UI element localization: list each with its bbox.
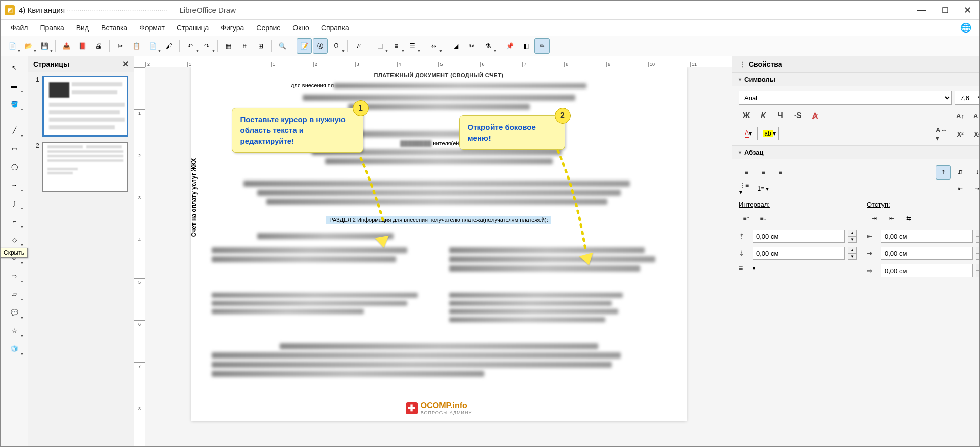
strikethrough-button[interactable]: ·S xyxy=(790,109,805,123)
locale-icon[interactable]: 🌐 xyxy=(960,22,974,33)
font-color-button[interactable]: A ▾ xyxy=(739,127,758,140)
toggle-extrusion-button[interactable]: ◧ xyxy=(518,38,533,54)
menu-file[interactable]: Файл xyxy=(6,22,33,34)
indent-dec-button[interactable]: ⇤ xyxy=(884,211,899,226)
curve-tool[interactable]: ∫▼ xyxy=(4,195,25,212)
section-symbols-header[interactable]: Символы ↗ xyxy=(732,72,980,86)
hanging-indent-button[interactable]: ⇆ xyxy=(901,211,916,226)
highlight-color-button[interactable]: ab ▾ xyxy=(760,127,779,140)
textbox-button[interactable]: 📝 xyxy=(297,38,312,54)
menu-shape[interactable]: Фигура xyxy=(216,22,249,34)
ellipse-tool[interactable]: ◯ xyxy=(4,158,25,175)
minimize-button[interactable]: — xyxy=(917,5,926,16)
indent-before-input[interactable] xyxy=(881,230,973,243)
select-tool[interactable]: ↖ xyxy=(4,59,25,76)
callout-tool[interactable]: 💬▼ xyxy=(4,304,25,321)
spacing-above-input[interactable] xyxy=(753,230,845,243)
italic-button[interactable]: К xyxy=(756,109,771,123)
stars-tool[interactable]: ☆▼ xyxy=(4,322,25,339)
indent-before-down[interactable]: ▼ xyxy=(976,236,980,243)
crop-button[interactable]: ✂ xyxy=(464,38,479,54)
draw-functions-button[interactable]: ✏ xyxy=(534,38,550,54)
shadow-button[interactable]: ◪ xyxy=(448,38,463,54)
redo-button[interactable]: ↷▼ xyxy=(199,38,214,54)
menu-window[interactable]: Окно xyxy=(287,22,314,34)
print-button[interactable]: 🖨 xyxy=(91,38,106,54)
grid-button[interactable]: ▦ xyxy=(221,38,236,54)
canvas-scroll[interactable]: Счет на оплату услуг ЖКХ ПЛАТЕЖНЫЙ ДОКУМ… xyxy=(145,67,732,446)
clone-format-button[interactable]: 🖌 xyxy=(161,38,176,54)
distribute-button[interactable]: ⇔▼ xyxy=(426,38,442,54)
spacing-below-down[interactable]: ▼ xyxy=(848,253,857,260)
3d-tool[interactable]: 🧊▼ xyxy=(4,340,25,357)
basic-shapes-tool[interactable]: ◇▼ xyxy=(4,231,25,248)
close-button[interactable]: ✕ xyxy=(964,5,971,16)
indent-before-up[interactable]: ▲ xyxy=(976,230,980,236)
export-pdf-button[interactable]: 📕 xyxy=(75,38,90,54)
glue-button[interactable]: 📌 xyxy=(502,38,517,54)
new-button[interactable]: 📄▼ xyxy=(5,38,20,54)
open-button[interactable]: 📂▼ xyxy=(21,38,36,54)
valign-top-button[interactable]: ⤒ xyxy=(936,165,951,180)
undo-button[interactable]: ↶▼ xyxy=(183,38,198,54)
document-page[interactable]: Счет на оплату услуг ЖКХ ПЛАТЕЖНЫЙ ДОКУМ… xyxy=(191,67,687,421)
spacing-above-down[interactable]: ▼ xyxy=(848,236,857,243)
indent-after-input[interactable] xyxy=(881,247,973,260)
line-color-tool[interactable]: ▬▼ xyxy=(4,77,25,95)
indent-inc-button[interactable]: ⇥ xyxy=(867,211,882,226)
arrange-button[interactable]: ☰▼ xyxy=(405,38,420,54)
flowchart-tool[interactable]: ▱▼ xyxy=(4,286,25,303)
filter-button[interactable]: ⚗▼ xyxy=(480,38,496,54)
align-center-button[interactable]: ≡ xyxy=(756,165,771,180)
bold-button[interactable]: Ж xyxy=(739,109,754,123)
menu-edit[interactable]: Правка xyxy=(35,22,69,34)
indent-first-down[interactable]: ▼ xyxy=(976,271,980,277)
bullet-list-button[interactable]: ⋮≡ ▾ xyxy=(739,182,754,196)
menu-tools[interactable]: Сервис xyxy=(251,22,285,34)
line-tool[interactable]: ╱▼ xyxy=(4,122,25,139)
indent-first-up[interactable]: ▲ xyxy=(976,264,980,271)
spacing-increase-button[interactable]: ≡↑ xyxy=(739,211,754,226)
align-button[interactable]: ≡▼ xyxy=(388,38,404,54)
block-arrows-tool[interactable]: ⇨▼ xyxy=(4,267,25,285)
section-paragraph-header[interactable]: Абзац ↗ xyxy=(732,145,980,159)
spacing-below-input[interactable] xyxy=(753,247,845,260)
spacing-decrease-button[interactable]: ≡↓ xyxy=(756,211,771,226)
save-button[interactable]: 💾▼ xyxy=(37,38,52,54)
decrease-font-button[interactable]: A↓ xyxy=(970,109,980,123)
transform-button[interactable]: ◫▼ xyxy=(372,38,387,54)
menu-insert[interactable]: Вставка xyxy=(96,22,132,34)
copy-button[interactable]: 📋 xyxy=(129,38,144,54)
cut-button[interactable]: ✂ xyxy=(113,38,128,54)
maximize-button[interactable]: □ xyxy=(942,5,948,16)
fill-color-tool[interactable]: 🪣▼ xyxy=(4,96,25,113)
spacing-below-up[interactable]: ▲ xyxy=(848,247,857,253)
spacing-above-up[interactable]: ▲ xyxy=(848,230,857,236)
superscript-button[interactable]: X² xyxy=(953,127,968,141)
zoom-button[interactable]: 🔍 xyxy=(275,38,290,54)
rectangle-tool[interactable]: ▭ xyxy=(4,140,25,157)
align-justify-button[interactable]: ≣ xyxy=(790,165,805,180)
paste-button[interactable]: 📄▼ xyxy=(145,38,160,54)
pages-panel-close[interactable]: ✕ xyxy=(122,59,129,69)
increase-indent-button[interactable]: ⇥ xyxy=(970,182,980,196)
indent-after-down[interactable]: ▼ xyxy=(976,253,980,260)
underline-button[interactable]: Ч xyxy=(773,109,788,123)
valign-middle-button[interactable]: ⇵ xyxy=(953,165,968,180)
menu-view[interactable]: Вид xyxy=(71,22,94,34)
valign-bottom-button[interactable]: ⤓ xyxy=(970,165,980,180)
decrease-indent-button[interactable]: ⇤ xyxy=(953,182,968,196)
arrow-tool[interactable]: →▼ xyxy=(4,176,25,194)
fontwork-button[interactable]: 𝐹 xyxy=(351,38,366,54)
increase-font-button[interactable]: A↑ xyxy=(953,109,968,123)
font-name-select[interactable]: Arial xyxy=(739,91,952,105)
menu-format[interactable]: Формат xyxy=(134,22,170,34)
export-button[interactable]: 📤 xyxy=(59,38,74,54)
vertical-text-button[interactable]: Ⓐ xyxy=(313,38,328,54)
snap-button[interactable]: ⌗ xyxy=(237,38,252,54)
page-thumb-1[interactable]: 1 xyxy=(32,76,130,137)
indent-first-input[interactable] xyxy=(881,264,973,277)
connector-tool[interactable]: ⌐▼ xyxy=(4,213,25,230)
indent-after-up[interactable]: ▲ xyxy=(976,247,980,253)
guides-button[interactable]: ⊞ xyxy=(253,38,268,54)
